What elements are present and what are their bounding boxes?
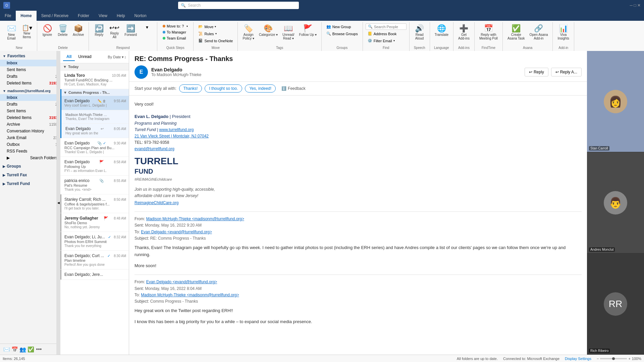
sidebar-junk[interactable]: Junk Email 23 (0, 134, 60, 141)
sidebar-archive[interactable]: Archive 1159 (0, 121, 60, 128)
find-search-input[interactable] (374, 25, 404, 29)
sidebar-rss[interactable]: RSS Feeds (0, 148, 60, 155)
assign-policy-button[interactable]: 🏷️ AssignPolicy ▾ (240, 23, 256, 42)
sig-address[interactable]: 21 Van Vleck Street | Montclair, NJ 0704… (135, 133, 582, 139)
q-to-value[interactable]: Evan Delgado <evand@turrellfund.org> (141, 230, 212, 234)
sidebar-drafts[interactable]: Drafts 2 (0, 73, 60, 80)
suggestion-thanks[interactable]: Thanks! (179, 84, 202, 93)
sidebar-deleted[interactable]: Deleted Items 3193 (0, 80, 60, 86)
sidebar-sent-items[interactable]: Sent Items (0, 66, 60, 73)
ribbon-tab-home[interactable]: Home (16, 11, 36, 21)
more-nav-icon[interactable]: ••• (35, 345, 43, 353)
turrell-fax-header[interactable]: ▶ Turrell Fax (0, 171, 60, 179)
account-header[interactable]: ▼ madisonm@turrellfund.org (0, 88, 60, 94)
delete-button[interactable]: 🗑️ Delete (55, 23, 70, 38)
q-from-value[interactable]: Madison McHugh-Thieke <madisonm@turrellf… (146, 217, 244, 221)
read-aloud-button[interactable]: 🔊 ReadAloud (412, 23, 427, 42)
email-item-evan5[interactable]: Evan Delgado; Li, Ju... ✓ 8:32 AM Photos… (60, 232, 129, 251)
email-item-madison[interactable]: Madison McHugh-Thieke Se... Thanks, Evan… (61, 110, 129, 124)
suggestion-yes-indeed[interactable]: Yes, indeed! (245, 84, 276, 93)
email-item-evan7[interactable]: Evan Delgado; Jere... (60, 269, 129, 280)
email-item-stanley[interactable]: Stanley Carroll; Rich ... 8:50 AM Coffee… (60, 194, 129, 213)
sidebar-acc-drafts[interactable]: Drafts 2 (0, 101, 60, 108)
rules-button[interactable]: 📜 Rules ▾ (196, 31, 218, 37)
onenote-button[interactable]: 📓 Send to OneNote (196, 38, 235, 44)
new-email-button[interactable]: ✉️ NewEmail (4, 23, 19, 42)
sidebar-search-folders[interactable]: ▶ Search Folders (0, 155, 60, 161)
zoom-in-icon[interactable]: + (628, 357, 630, 361)
categorize-button[interactable]: 🎨 Categorize ▾ (257, 23, 280, 38)
browse-groups-button[interactable]: 🔍 Browse Groups (324, 31, 360, 37)
ribbon-tab-send-receive[interactable]: Send / Receive (37, 11, 73, 21)
filter-email-button[interactable]: ⚙️ Filter Email ▾ (366, 38, 397, 44)
display-settings[interactable]: Display Settings (565, 357, 591, 361)
zoom-out-icon[interactable]: − (597, 357, 599, 361)
reply-meeting-poll-button[interactable]: 📅 Reply withMeeting Poll (477, 23, 500, 42)
quick-step-move-to[interactable]: Move to: ? ▾ (160, 23, 191, 29)
sidebar-acc-deleted[interactable]: Deleted Items 3193 (0, 114, 60, 121)
create-asana-task-button[interactable]: ✅ CreateAsana Task (505, 23, 527, 42)
email-item-evan6[interactable]: Evan Delgado; Curt ... ✓ 8:30 AM Plan ti… (60, 251, 129, 269)
quick-step-team-email[interactable]: Team Email (160, 36, 189, 41)
zoom-slider[interactable] (612, 357, 615, 360)
groups-sidebar-header[interactable]: ▶ Groups (0, 163, 60, 170)
sig-footer-link[interactable]: ReimagineChildCare.org (135, 199, 582, 206)
email-item-evan2[interactable]: Evan Delgado ↩ 8:05 AM Hey great work on… (61, 124, 129, 138)
archive-button[interactable]: 📦 Archive (71, 23, 86, 38)
thread-comms-header[interactable]: ▼ Comms Progress - Th... (61, 89, 129, 96)
ignore-button[interactable]: 🚫 Ignore (40, 23, 55, 38)
feedback-button[interactable]: ℹ️ Feedback (278, 84, 309, 93)
suggestion-thought-so[interactable]: I thought so too. (205, 84, 242, 93)
sidebar-inbox[interactable]: Inbox (0, 60, 60, 66)
address-book-button[interactable]: 📒 Address Book (366, 31, 398, 37)
calendar-nav-icon[interactable]: 📅 (11, 345, 19, 353)
sort-button[interactable]: By Date ▾ ↕ (108, 55, 126, 59)
sidebar-collapse-btn[interactable]: ◀ (56, 51, 60, 355)
more-respond-button[interactable]: ▾ (140, 23, 154, 31)
turrell-fund-header[interactable]: ▶ Turrell Fund (0, 180, 60, 187)
reply-all-button[interactable]: ↩↩ ReplyAll (107, 23, 122, 40)
email-item-jeremy[interactable]: Jeremy Gallagher 🚩 8:48 AM ShoFlo Demo N… (60, 213, 129, 232)
email-item-patricia[interactable]: patricia enrico 📎 8:55 AM Pat's Resume T… (60, 176, 129, 194)
ribbon-tab-folder[interactable]: Folder (73, 11, 94, 21)
viva-insights-button[interactable]: 📊 VivaInsights (555, 23, 571, 42)
sig-website[interactable]: www.turrellfund.org (159, 127, 194, 132)
sidebar-conv-history[interactable]: Conversation History (0, 128, 60, 134)
find-search-box[interactable]: 🔍 (366, 23, 407, 30)
unread-read-button[interactable]: 📖 Unread/Read ▾ (280, 23, 297, 42)
new-group-button[interactable]: 👥 New Group (324, 23, 353, 30)
people-nav-icon[interactable]: 👥 (19, 345, 27, 353)
tab-all[interactable]: All (63, 53, 75, 61)
reimagine-link[interactable]: ReimagineChildCare.org (135, 200, 178, 205)
ribbon-tab-help[interactable]: Help (112, 11, 130, 21)
quick-step-to-manager[interactable]: To Manager (160, 29, 189, 35)
sig-email-link[interactable]: evand@turrellfund.org (135, 146, 174, 151)
email-item-evan1[interactable]: Evan Delgado ✏️ 🗑 9:55 AM Very cool! Eva… (61, 96, 129, 110)
ribbon-tab-view[interactable]: View (94, 11, 112, 21)
q2-from-value[interactable]: Evan Delgado <evand@turrellfund.org> (146, 280, 217, 284)
move-button[interactable]: 📂 Move ▾ (196, 23, 218, 30)
ribbon-tab-norton[interactable]: Norton (130, 11, 151, 21)
tasks-nav-icon[interactable]: ✅ (27, 345, 35, 353)
get-add-ins-button[interactable]: ➕ GetAdd-ins (456, 23, 472, 42)
ribbon-tab-file[interactable]: File (0, 11, 16, 21)
tab-unread[interactable]: Unread (75, 53, 95, 61)
follow-up-button[interactable]: 🚩 Follow Up ▾ (297, 23, 319, 38)
sidebar-acc-sent[interactable]: Sent Items (0, 108, 60, 114)
email-item-evan4[interactable]: Evan Delgado 🚩 8:58 AM Following Up FYI … (60, 157, 129, 176)
email-item-linda[interactable]: Linda Toro 10:05 AM Turrell Fund/RCC Bra… (60, 70, 129, 89)
translate-button[interactable]: 🌐 Translate (433, 23, 450, 38)
reply-all-action-button[interactable]: ↩ Reply A... (551, 68, 582, 76)
email-list-scroll[interactable]: ▼ Today Linda Toro 10:05 AM Turrell Fund… (60, 63, 129, 355)
favorites-header[interactable]: ▼ Favorites (0, 52, 60, 60)
open-asana-button[interactable]: 🔗 Open AsanaAdd-in (527, 23, 550, 42)
mail-nav-icon[interactable]: ✉️ (3, 345, 11, 353)
forward-button[interactable]: ➡️ Forward (122, 23, 139, 38)
new-items-button[interactable]: 📋▾ NewItems (19, 23, 34, 40)
sidebar-acc-inbox[interactable]: Inbox (0, 94, 60, 101)
email-item-evan3[interactable]: Evan Delgado 📎 ✓ 9:30 AM RCC Campaign Pl… (60, 138, 129, 157)
zoom-controls[interactable]: − + 100% (597, 357, 641, 361)
reply-action-button[interactable]: ↩ Reply (525, 68, 548, 76)
sidebar-outbox[interactable]: Outbox 1 (0, 141, 60, 148)
search-box[interactable]: 🔍 Search (178, 2, 299, 9)
